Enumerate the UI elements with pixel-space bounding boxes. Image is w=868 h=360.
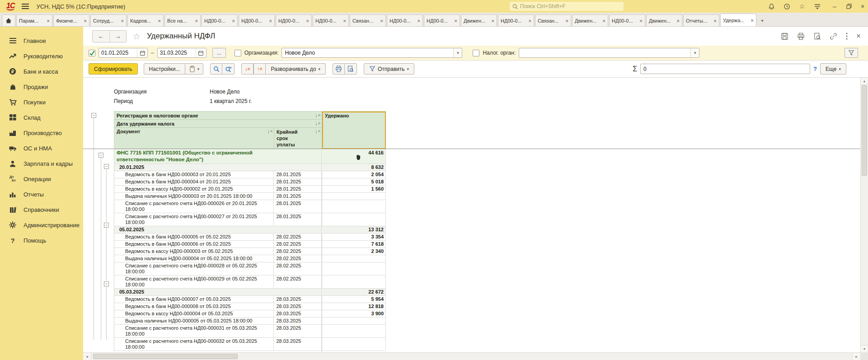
info-org-label[interactable]: Организация [114,89,210,95]
amount-cell[interactable]: 3 354 [322,234,386,241]
tab-close-icon[interactable]: × [455,18,457,23]
filter-settings-button[interactable] [845,48,858,58]
amount-cell[interactable]: 5 954 [322,296,386,303]
print-report-button[interactable] [333,63,345,75]
group-amount-cell[interactable]: 8 632 [322,164,386,171]
due-cell[interactable]: 28.02.2025 [274,276,322,289]
tab-17[interactable]: Движен...× [646,14,682,26]
history-icon[interactable] [780,0,793,13]
autosum-value-input[interactable] [640,64,810,74]
preview-icon[interactable] [813,33,821,40]
favorite-star-icon[interactable]: ☆ [133,31,141,42]
due-cell[interactable]: 28.02.2025 [274,262,322,276]
help-button[interactable]: ? [813,65,817,72]
tab-19-active[interactable]: Удержа...× [720,14,756,26]
doc-cell[interactable]: Списание с расчетного счета НД00-000026 … [114,200,274,213]
print-icon[interactable] [797,33,805,40]
tab-close-icon[interactable]: × [529,18,531,23]
tab-close-icon[interactable]: × [492,18,494,23]
tab-close-icon[interactable]: × [566,18,568,23]
tax-authority-checkbox[interactable] [473,50,479,56]
sidebar-item-prodazhi[interactable]: Продажи [0,79,83,94]
due-cell[interactable]: 28.01.2025 [274,193,322,200]
group-amount-cell[interactable]: 22 672 [322,289,386,296]
tab-8[interactable]: НД00-0...× [313,14,349,26]
tab-0[interactable]: Парам...× [16,14,52,26]
chevron-down-icon[interactable]: ▾ [690,48,699,57]
tab-close-icon[interactable]: × [380,18,383,23]
tab-12[interactable]: Движен...× [461,14,497,26]
header-registration[interactable]: Регистрация в налоговом органе ↓≡ [114,112,322,120]
settings-button[interactable]: Настройки... [144,63,186,75]
back-button[interactable]: ← [93,31,109,42]
save-icon[interactable] [781,33,788,40]
due-cell[interactable]: 28.02.2025 [274,248,322,255]
vertical-scroll-thumb[interactable] [862,85,867,176]
tab-18[interactable]: Отчеты...× [683,14,719,26]
tab-10[interactable]: НД00-0...× [387,14,423,26]
sort-icon[interactable]: ↓≡ [267,129,272,149]
search-next-button[interactable] [222,63,235,75]
report-variants-button[interactable]: ▾ [185,63,203,75]
info-period-value[interactable]: 1 квартал 2025 г. [210,98,252,104]
collapse-groups-button[interactable]: ↓≡ [241,63,253,75]
header-withheld-selected-cell[interactable]: Удержано [322,112,386,149]
doc-cell[interactable]: Выдача наличных НД00-000004 от 05.02.202… [114,255,274,262]
favorites-star-icon[interactable]: ☆ [795,0,809,13]
doc-cell[interactable]: Ведомость в кассу НД00-000002 от 20.01.2… [114,186,274,193]
search-input[interactable] [520,3,621,9]
calendar-icon[interactable] [196,48,206,57]
tab-1[interactable]: Физиче...× [53,14,89,26]
sort-icon[interactable]: ↓≡ [315,121,320,126]
scroll-up-arrow[interactable]: ▲ [861,78,868,85]
scroll-right-arrow[interactable]: ► [852,353,860,360]
organization-select[interactable]: Новое Дело ▾ [282,48,462,58]
tab-close-icon[interactable]: × [418,18,420,23]
amount-cell[interactable]: 7 618 [322,241,386,248]
doc-cell[interactable]: Ведомость в банк НД00-000003 от 20.01.20… [114,171,274,178]
tab-2[interactable]: Сотруд...× [90,14,127,26]
due-cell[interactable]: 28.03.2025 [274,310,322,318]
close-window-button[interactable]: × [856,0,868,13]
tab-close-icon[interactable]: × [640,18,643,23]
amount-cell[interactable]: 2 340 [322,248,386,255]
minimize-button[interactable]: – [828,0,841,13]
due-cell[interactable]: 28.02.2025 [274,255,322,262]
search-in-report-button[interactable] [210,63,222,75]
tab-9[interactable]: Связан...× [350,14,386,26]
info-org-value[interactable]: Новое Дело [210,89,239,95]
horizontal-scrollbar[interactable]: ◄ ► [83,352,860,360]
tab-13[interactable]: НД00-0...× [498,14,534,26]
tab-7[interactable]: НД00-0...× [276,14,312,26]
tab-3[interactable]: Кадров...× [127,14,164,26]
doc-cell[interactable]: Выдача наличных НД00-000003 от 20.01.202… [114,193,274,200]
expand-to-button[interactable]: Разворачивать до▾ [266,63,326,75]
outline-collapse-group3[interactable]: − [104,281,109,286]
doc-cell[interactable]: Ведомость в кассу НД00-000004 от 05.03.2… [114,310,274,318]
header-withhold-date[interactable]: Дата удержания налога ↓≡ [114,120,322,128]
tab-close-icon[interactable]: × [269,18,272,23]
sort-icon[interactable]: ↓≡ [315,113,320,118]
tab-close-icon[interactable]: × [306,18,309,23]
amount-cell[interactable]: 12 818 [322,303,386,310]
doc-cell[interactable]: Ведомость в банк НД00-000004 от 20.01.20… [114,178,274,186]
tabs-overflow-arrow[interactable]: ▾ [757,14,767,26]
chevron-down-icon[interactable]: ▾ [453,48,462,57]
due-cell[interactable]: 28.02.2025 [274,241,322,248]
tab-close-icon[interactable]: × [195,18,198,23]
sidebar-item-zarplata-kadry[interactable]: Зарплата и кадры [0,156,83,171]
amount-cell[interactable] [322,193,386,200]
doc-cell[interactable]: Ведомость в банк НД00-000007 от 05.03.20… [114,296,274,303]
doc-cell[interactable]: Ведомость в банк НД00-000005 от 05.02.20… [114,234,274,241]
amount-cell[interactable] [322,213,386,226]
tab-close-icon[interactable]: × [603,18,605,23]
main-menu-icon[interactable] [22,4,29,9]
expand-groups-button[interactable]: ↑≡ [253,63,266,75]
tab-close-icon[interactable]: × [751,18,754,23]
global-search[interactable] [510,2,624,11]
tab-close-icon[interactable]: × [121,18,124,23]
tab-11[interactable]: НД00-0...× [424,14,460,26]
link-icon[interactable] [830,33,837,40]
tab-4[interactable]: Все на...× [164,14,201,26]
tab-5[interactable]: НД00-0...× [202,14,238,26]
